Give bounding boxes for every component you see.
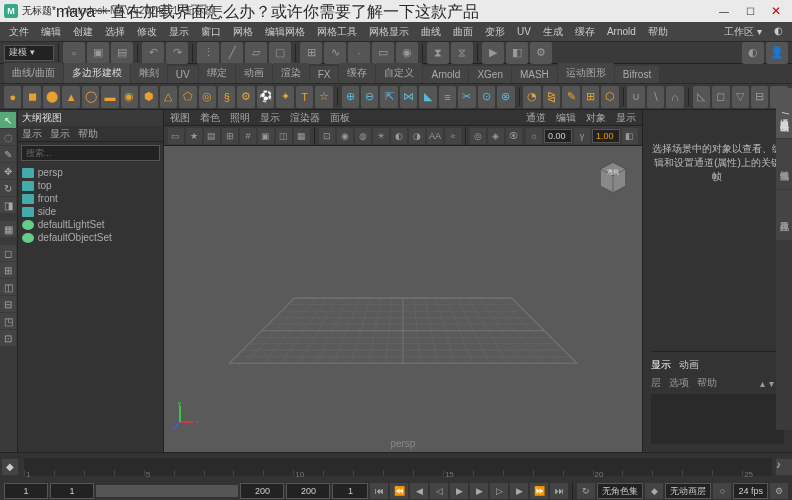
snap-plane-icon[interactable]: ▭: [372, 42, 394, 64]
autokey-button[interactable]: ○: [713, 483, 731, 499]
create-poly-icon[interactable]: ⬡: [601, 86, 618, 108]
render-settings-icon[interactable]: ⚙: [530, 42, 552, 64]
open-scene-icon[interactable]: ▣: [87, 42, 109, 64]
vp-ao-icon[interactable]: ◑: [409, 128, 425, 144]
modeling-mode-dropdown[interactable]: 建模 ▾: [4, 45, 54, 61]
anim-layer-dropdown[interactable]: 无动画层: [665, 483, 711, 499]
multicut-icon[interactable]: ✂: [458, 86, 475, 108]
vp-xray-joint-icon[interactable]: ⦿: [506, 128, 522, 144]
vp-grid-icon[interactable]: #: [240, 128, 256, 144]
viewcube-icon[interactable]: 透视: [592, 154, 634, 196]
range-end-outer[interactable]: 200: [286, 483, 330, 499]
range-start-inner[interactable]: 1: [50, 483, 94, 499]
outliner-menu-show[interactable]: 显示: [50, 127, 70, 141]
vp-menu-lighting[interactable]: 照明: [230, 111, 250, 125]
bool-union-icon[interactable]: ∪: [627, 86, 644, 108]
layer-list[interactable]: [651, 394, 784, 444]
vp-rmenu-channel[interactable]: 通道: [526, 111, 546, 125]
vp-motion-icon[interactable]: ≈: [445, 128, 461, 144]
layer-down-icon[interactable]: ▾: [769, 378, 774, 389]
undo-icon[interactable]: ↶: [142, 42, 164, 64]
tab-anim[interactable]: 动画: [236, 63, 272, 83]
paint-select-icon[interactable]: ✎: [0, 146, 16, 162]
select-tool-icon[interactable]: ↖: [0, 112, 16, 128]
poly-cube-icon[interactable]: ◼: [23, 86, 40, 108]
step-fwd-button[interactable]: ⏩: [530, 483, 548, 499]
vp-smooth-icon[interactable]: ◉: [337, 128, 353, 144]
lasso-tool-icon[interactable]: ◌: [0, 129, 16, 145]
ipr-icon[interactable]: ◧: [506, 42, 528, 64]
poly-pipe-icon[interactable]: ◎: [199, 86, 216, 108]
remesh-icon[interactable]: ⊟: [751, 86, 768, 108]
vp-isolate-icon[interactable]: ◎: [470, 128, 486, 144]
vp-rmenu-edit[interactable]: 编辑: [556, 111, 576, 125]
poly-type-icon[interactable]: T: [296, 86, 313, 108]
vp-aa-icon[interactable]: AA: [427, 128, 443, 144]
poly-disc-icon[interactable]: ◉: [121, 86, 138, 108]
snap-grid-icon[interactable]: ⊞: [300, 42, 322, 64]
sel-edge-icon[interactable]: ╱: [221, 42, 243, 64]
sym-icon[interactable]: ⧗: [427, 42, 449, 64]
mirror-icon[interactable]: ⧎: [543, 86, 560, 108]
menu-create[interactable]: 创建: [68, 23, 98, 41]
minimize-button[interactable]: —: [712, 3, 736, 19]
menu-uv[interactable]: UV: [512, 24, 536, 39]
prefs-button[interactable]: ⚙: [770, 483, 788, 499]
vp-wireframe-icon[interactable]: ⊡: [319, 128, 335, 144]
workspace-icon[interactable]: ◐: [769, 23, 788, 41]
vp-2d-icon[interactable]: ⊞: [222, 128, 238, 144]
vp-color-mgmt-icon[interactable]: ◧: [622, 128, 638, 144]
menu-windows[interactable]: 窗口: [196, 23, 226, 41]
vp-gate-mask-icon[interactable]: ▦: [294, 128, 310, 144]
sculpt-icon[interactable]: ✎: [562, 86, 579, 108]
poly-super-icon[interactable]: ✦: [276, 86, 293, 108]
tab-custom[interactable]: 自定义: [376, 63, 422, 83]
sel-object-icon[interactable]: ▢: [269, 42, 291, 64]
menu-select[interactable]: 选择: [100, 23, 130, 41]
render-icon[interactable]: ▶: [482, 42, 504, 64]
vp-menu-renderer[interactable]: 渲染器: [290, 111, 320, 125]
insert-loop-icon[interactable]: ≡: [439, 86, 456, 108]
range-end-inner[interactable]: 200: [240, 483, 284, 499]
redo-icon[interactable]: ↷: [166, 42, 188, 64]
time-slider-track[interactable]: 1 5 10 15 20 25: [24, 458, 772, 476]
loop-button[interactable]: ↻: [577, 483, 595, 499]
bevel-icon[interactable]: ◣: [419, 86, 436, 108]
tab-polymodel[interactable]: 多边形建模: [64, 63, 130, 83]
rtab-channelbox[interactable]: 通道盒/层编辑器: [776, 88, 792, 138]
poly-platonic-icon[interactable]: ⬢: [140, 86, 157, 108]
menu-deform[interactable]: 变形: [480, 23, 510, 41]
extrude-icon[interactable]: ⇱: [380, 86, 397, 108]
poly-cone-icon[interactable]: ▲: [62, 86, 79, 108]
menu-help[interactable]: 帮助: [643, 23, 673, 41]
persp-outliner-icon[interactable]: ◫: [0, 279, 16, 295]
uv-layout-icon[interactable]: ⊡: [0, 330, 16, 346]
workspace-dropdown[interactable]: 工作区 ▾: [719, 23, 767, 41]
vp-image-plane-icon[interactable]: ▤: [204, 128, 220, 144]
bool-inter-icon[interactable]: ∩: [666, 86, 683, 108]
menu-modify[interactable]: 修改: [132, 23, 162, 41]
vp-film-gate-icon[interactable]: ▣: [258, 128, 274, 144]
menu-cache[interactable]: 缓存: [570, 23, 600, 41]
snap-point-icon[interactable]: ·: [348, 42, 370, 64]
vp-gamma-field[interactable]: 1.00: [592, 129, 620, 143]
poly-helix-icon[interactable]: §: [218, 86, 235, 108]
poly-plane-icon[interactable]: ▬: [101, 86, 118, 108]
range-start-outer[interactable]: 1: [4, 483, 48, 499]
last-tool-icon[interactable]: ▦: [0, 221, 16, 237]
outliner-menu-help[interactable]: 帮助: [78, 127, 98, 141]
prev-frame-button[interactable]: ◀: [410, 483, 428, 499]
vp-gamma-icon[interactable]: γ: [574, 128, 590, 144]
vp-rmenu-object[interactable]: 对象: [586, 111, 606, 125]
outliner-item-top[interactable]: top: [22, 179, 159, 192]
key-button[interactable]: ◆: [645, 483, 663, 499]
time-slider[interactable]: ◆ 1 5 10 15 20 25 ♪: [0, 452, 792, 480]
outliner-item-objectset[interactable]: defaultObjectSet: [22, 231, 159, 244]
vp-menu-shading[interactable]: 着色: [200, 111, 220, 125]
range-slider[interactable]: [96, 485, 238, 497]
smooth-icon[interactable]: ◔: [523, 86, 540, 108]
menu-editmesh[interactable]: 编辑网格: [260, 23, 310, 41]
vp-menu-panels[interactable]: 面板: [330, 111, 350, 125]
cb-menu-layers[interactable]: 层: [651, 376, 661, 390]
persp-graph-icon[interactable]: ⊟: [0, 296, 16, 312]
